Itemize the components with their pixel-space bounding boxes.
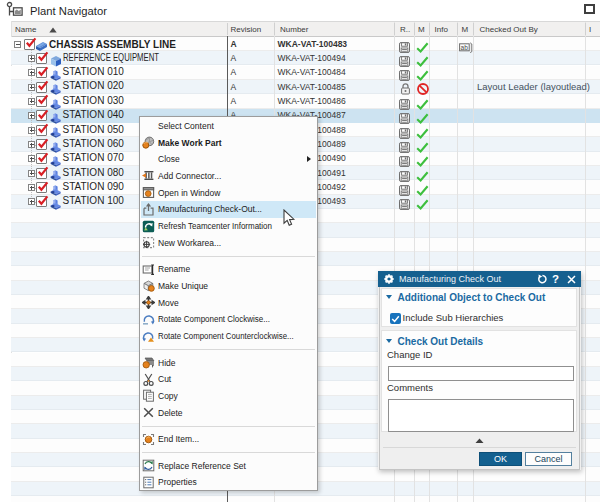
svg-text:ab: ab <box>461 43 469 50</box>
